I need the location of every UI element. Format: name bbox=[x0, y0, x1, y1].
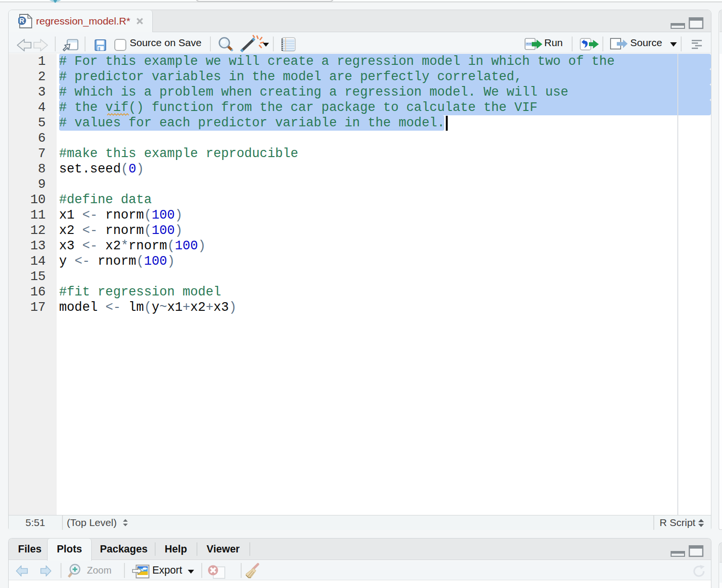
svg-text:R: R bbox=[19, 17, 24, 24]
